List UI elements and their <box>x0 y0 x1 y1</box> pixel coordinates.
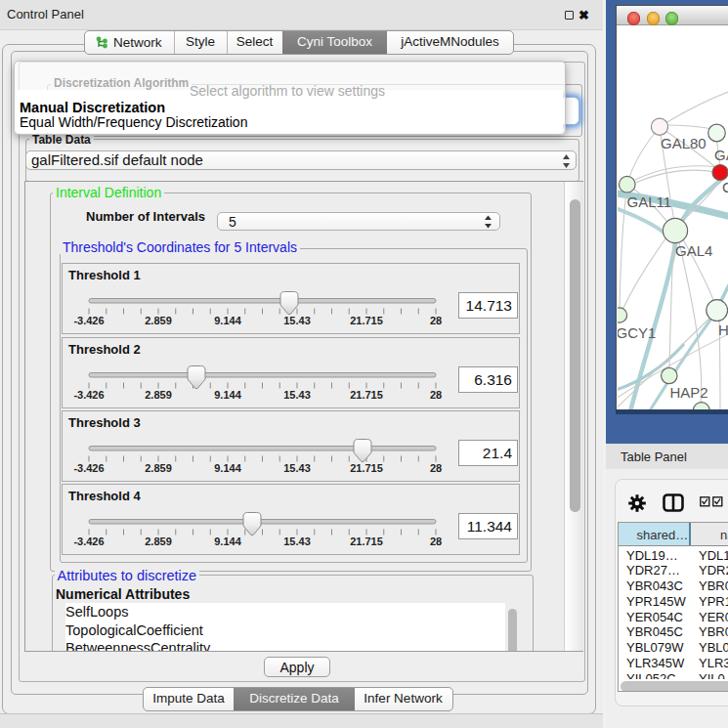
svg-text:HAP2: HAP2 <box>670 384 708 401</box>
svg-text:C: C <box>722 179 728 195</box>
svg-text:GAL80: GAL80 <box>661 135 707 151</box>
svg-text:GCY1: GCY1 <box>618 324 656 341</box>
svg-text:H: H <box>718 321 728 338</box>
svg-text:GAL4: GAL4 <box>675 242 712 259</box>
svg-text:GA: GA <box>714 147 728 163</box>
svg-text:GAL11: GAL11 <box>627 193 672 210</box>
